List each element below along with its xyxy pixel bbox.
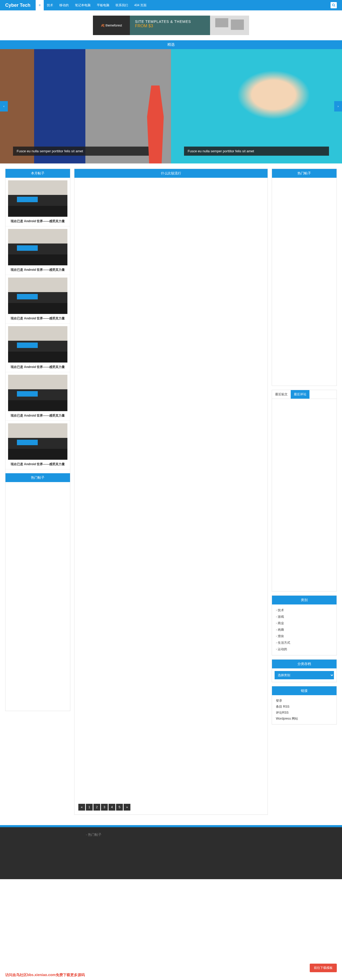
- tab-recent-posts[interactable]: 最近贴文: [272, 390, 291, 399]
- post-item[interactable]: 现在已是 Android 世界——感受其力量: [5, 323, 70, 372]
- slider: ‹ Fusce eu nulla semper porttitor felis …: [0, 49, 342, 164]
- links-title: 链接: [272, 686, 337, 695]
- post-item[interactable]: 现在已是 Android 世界——感受其力量: [5, 178, 70, 226]
- pagination: «12345»: [78, 804, 130, 811]
- slide-1-caption: Fusce eu nulla semper porttitor felis si…: [13, 146, 158, 156]
- banner-text: SITE TEMPLATES & THEMES FROM $3: [130, 16, 210, 35]
- post-thumb: [8, 278, 67, 314]
- search-icon: [332, 3, 336, 7]
- nav-mobile[interactable]: 移动的: [56, 0, 72, 10]
- right-hot-widget: 热门帖子: [272, 169, 337, 386]
- page-btn[interactable]: 1: [86, 804, 93, 811]
- category-item[interactable]: 游戏: [276, 614, 332, 620]
- main-container: 本月帖子 现在已是 Android 世界——感受其力量现在已是 Android …: [0, 169, 342, 815]
- categories-widget: 类别 技术游戏商业画廊滑块生活方式运动的: [272, 595, 337, 655]
- popular-title: 什么比较流行: [74, 169, 268, 178]
- page-btn[interactable]: »: [124, 804, 130, 811]
- page-btn[interactable]: 2: [93, 804, 100, 811]
- category-item[interactable]: 技术: [276, 607, 332, 614]
- left-sidebar: 本月帖子 现在已是 Android 世界——感受其力量现在已是 Android …: [5, 169, 70, 711]
- link-item[interactable]: 条目 RSS: [276, 704, 332, 710]
- archive-title: 分类存档: [272, 660, 337, 668]
- link-item[interactable]: 评论RSS: [276, 710, 332, 716]
- featured-header: 精选: [0, 40, 342, 49]
- slide-1[interactable]: Fusce eu nulla semper porttitor felis si…: [0, 49, 171, 164]
- post-item[interactable]: 现在已是 Android 世界——感受其力量: [5, 421, 70, 469]
- category-item[interactable]: 运动的: [276, 646, 332, 652]
- tabs-widget: 最近贴文 最近评论: [272, 390, 337, 592]
- post-thumb: [8, 326, 67, 363]
- banner-ad[interactable]: 🍂 themeforest SITE TEMPLATES & THEMES FR…: [93, 16, 249, 35]
- footer: - 热门帖子: [0, 827, 342, 879]
- brand-logo[interactable]: Cyber Tech: [5, 3, 30, 8]
- banner-line2: FROM $3: [135, 24, 205, 28]
- right-hot-title: 热门帖子: [272, 169, 337, 178]
- post-title: 现在已是 Android 世界——感受其力量: [8, 316, 67, 321]
- archive-widget: 分类存档 选择类别: [272, 659, 337, 682]
- categories-list: 技术游戏商业画廊滑块生活方式运动的: [272, 605, 337, 655]
- banner-logo: 🍂 themeforest: [93, 16, 130, 35]
- main-content: «12345»: [74, 178, 268, 815]
- category-item[interactable]: 滑块: [276, 633, 332, 640]
- nav-tech[interactable]: 技术: [44, 0, 56, 10]
- post-title: 现在已是 Android 世界——感受其力量: [8, 267, 67, 272]
- page-btn[interactable]: 4: [109, 804, 115, 811]
- tab-content: [272, 399, 337, 591]
- main-column: 什么比较流行 «12345»: [74, 169, 268, 815]
- svg-point-0: [332, 4, 334, 6]
- post-item[interactable]: 现在已是 Android 世界——感受其力量: [5, 275, 70, 323]
- slider-next[interactable]: ›: [334, 101, 342, 111]
- post-title: 现在已是 Android 世界——感受其力量: [8, 413, 67, 418]
- slide-2[interactable]: Fusce eu nulla semper porttitor felis si…: [171, 49, 342, 164]
- post-item[interactable]: 现在已是 Android 世界——感受其力量: [5, 372, 70, 421]
- nav-404[interactable]: 404 页面: [131, 0, 150, 10]
- page-btn[interactable]: 3: [101, 804, 108, 811]
- tabs-header: 最近贴文 最近评论: [272, 390, 337, 399]
- post-title: 现在已是 Android 世界——感受其力量: [8, 462, 67, 466]
- links-list: 登录条目 RSS评论RSSWordpress 网站: [272, 695, 337, 724]
- post-thumb: [8, 229, 67, 265]
- footer-divider: [0, 825, 342, 827]
- svg-line-1: [334, 6, 335, 7]
- nav-tablet[interactable]: 平板电脑: [94, 0, 112, 10]
- banner-image: [210, 16, 249, 35]
- tab-recent-comments[interactable]: 最近评论: [291, 390, 310, 399]
- link-item[interactable]: Wordpress 网站: [276, 716, 332, 722]
- post-thumb: [8, 423, 67, 460]
- slider-prev[interactable]: ‹: [0, 101, 8, 111]
- banner-line1: SITE TEMPLATES & THEMES: [135, 19, 205, 24]
- archive-select[interactable]: 选择类别: [275, 671, 334, 679]
- nav-contact[interactable]: 联系我们: [112, 0, 131, 10]
- post-item[interactable]: 现在已是 Android 世界——感受其力量: [5, 226, 70, 275]
- page-btn[interactable]: 5: [116, 804, 123, 811]
- left-hot-content: [5, 482, 70, 711]
- page-btn[interactable]: «: [78, 804, 85, 811]
- links-widget: 链接 登录条目 RSS评论RSSWordpress 网站: [272, 686, 337, 725]
- category-item[interactable]: 商业: [276, 620, 332, 627]
- post-thumb: [8, 375, 67, 411]
- right-ad-space: [272, 178, 337, 386]
- nav-home[interactable]: ≡: [36, 0, 44, 10]
- slide-2-caption: Fusce eu nulla semper porttitor felis si…: [184, 146, 329, 156]
- right-sidebar: 热门帖子 最近贴文 最近评论 类别 技术游戏商业画廊滑块生活方式运动的 分类存档…: [272, 169, 337, 729]
- search-button[interactable]: [331, 2, 337, 8]
- navbar: Cyber Tech ≡ 技术 移动的 笔记本电脑 平板电脑 联系我们 404 …: [0, 0, 342, 10]
- left-hot-title: 热门帖子: [5, 473, 70, 482]
- post-thumb: [8, 180, 67, 217]
- categories-title: 类别: [272, 596, 337, 605]
- category-item[interactable]: 画廊: [276, 627, 332, 633]
- monthly-posts-title: 本月帖子: [5, 169, 70, 178]
- link-item[interactable]: 登录: [276, 698, 332, 704]
- footer-hot-title: - 热门帖子: [68, 832, 120, 837]
- nav-laptop[interactable]: 笔记本电脑: [72, 0, 94, 10]
- post-title: 现在已是 Android 世界——感受其力量: [8, 364, 67, 369]
- post-title: 现在已是 Android 世界——感受其力量: [8, 219, 67, 223]
- category-item[interactable]: 生活方式: [276, 640, 332, 646]
